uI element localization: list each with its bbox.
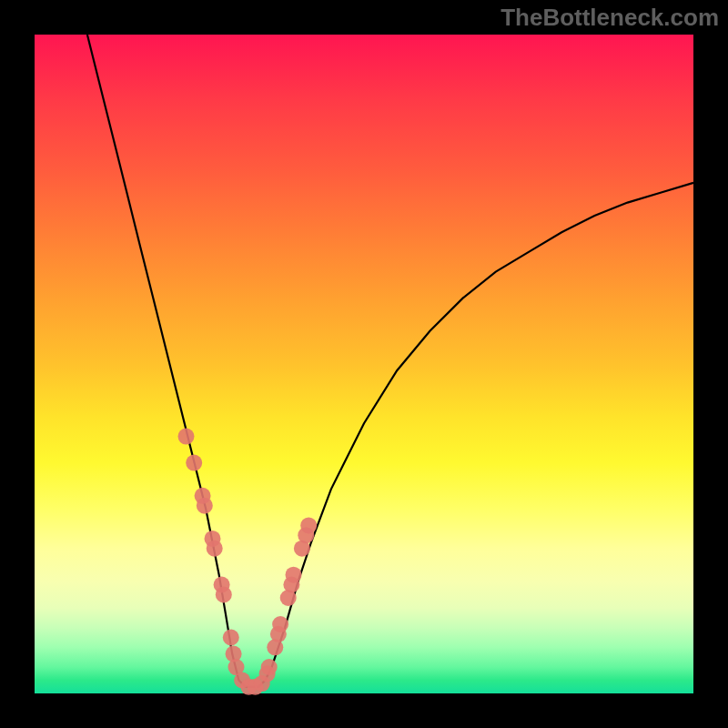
data-marker xyxy=(178,429,195,445)
data-marker xyxy=(300,517,317,533)
watermark-text: TheBottleneck.com xyxy=(500,4,719,32)
data-marker xyxy=(286,567,302,583)
data-marker xyxy=(272,616,288,632)
chart-svg xyxy=(35,35,693,693)
bottleneck-curve xyxy=(87,35,693,687)
marker-group xyxy=(178,429,318,695)
data-marker xyxy=(223,630,239,646)
data-marker xyxy=(197,498,213,514)
data-marker xyxy=(261,659,278,675)
chart-plot-area xyxy=(35,35,693,693)
data-marker xyxy=(216,586,232,602)
data-marker xyxy=(207,541,223,557)
data-marker xyxy=(186,455,202,471)
